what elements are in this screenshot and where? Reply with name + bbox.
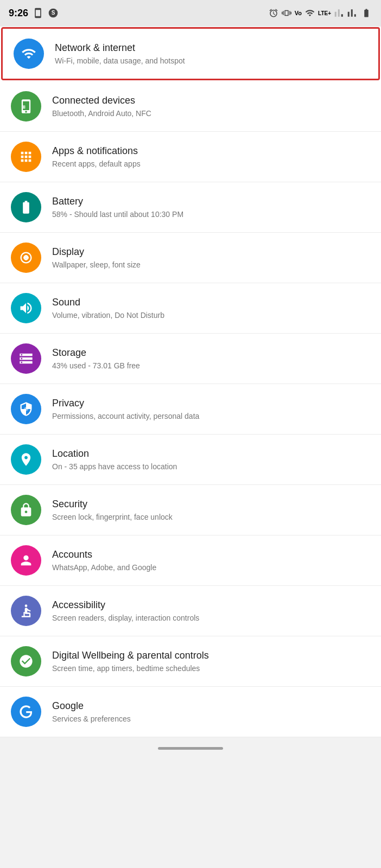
privacy-icon-circle: [11, 394, 41, 424]
settings-list: Network & internet Wi-Fi, mobile, data u…: [0, 27, 381, 737]
settings-item-privacy[interactable]: Privacy Permissions, account activity, p…: [0, 384, 381, 435]
network-title: Network & internet: [55, 42, 367, 54]
google-subtitle: Services & preferences: [52, 714, 370, 724]
settings-item-network[interactable]: Network & internet Wi-Fi, mobile, data u…: [1, 27, 380, 80]
network-icon-circle: [14, 39, 44, 69]
apps-text: Apps & notifications Recent apps, defaul…: [52, 145, 370, 169]
accounts-text: Accounts WhatsApp, Adobe, and Google: [52, 548, 370, 573]
shazam-icon: S: [48, 8, 59, 18]
accounts-icon-circle: [11, 545, 41, 576]
nav-pill: [158, 747, 223, 750]
security-title: Security: [52, 498, 370, 510]
battery-title: Battery: [52, 195, 370, 208]
settings-item-display[interactable]: Display Wallpaper, sleep, font size: [0, 233, 381, 283]
connected-title: Connected devices: [52, 94, 370, 107]
sound-text: Sound Volume, vibration, Do Not Disturb: [52, 296, 370, 321]
status-bar: 9:26 S Vo LTE+: [0, 0, 381, 26]
nav-bar: [0, 737, 381, 759]
alarm-icon: [269, 8, 278, 18]
security-text: Security Screen lock, fingerprint, face …: [52, 498, 370, 522]
settings-item-connected[interactable]: ⊞ Connected devices Bluetooth, Android A…: [0, 81, 381, 132]
storage-subtitle: 43% used - 73.01 GB free: [52, 361, 370, 371]
settings-item-apps[interactable]: Apps & notifications Recent apps, defaul…: [0, 132, 381, 182]
volte-icon: Vo: [295, 10, 302, 16]
svg-text:⊞: ⊞: [22, 105, 26, 110]
settings-item-location[interactable]: Location On - 35 apps have access to loc…: [0, 435, 381, 485]
svg-point-4: [25, 604, 28, 607]
sound-subtitle: Volume, vibration, Do Not Disturb: [52, 310, 370, 320]
wellbeing-subtitle: Screen time, app timers, bedtime schedul…: [52, 663, 370, 673]
status-left: 9:26 S: [9, 8, 59, 19]
connected-icon-circle: ⊞: [11, 91, 41, 122]
storage-icon-circle: [11, 343, 41, 374]
accessibility-text: Accessibility Screen readers, display, i…: [52, 599, 370, 623]
settings-item-wellbeing[interactable]: Digital Wellbeing & parental controls Sc…: [0, 636, 381, 687]
location-subtitle: On - 35 apps have access to location: [52, 462, 370, 471]
svg-point-3: [24, 407, 28, 411]
status-right: Vo LTE+: [269, 8, 372, 18]
display-title: Display: [52, 246, 370, 258]
wellbeing-icon-circle: [11, 646, 41, 676]
svg-text:S: S: [52, 10, 55, 16]
screenshot-icon: [33, 8, 43, 18]
settings-item-storage[interactable]: Storage 43% used - 73.01 GB free: [0, 334, 381, 384]
settings-item-accounts[interactable]: Accounts WhatsApp, Adobe, and Google: [0, 535, 381, 586]
signal2-icon: [347, 8, 357, 18]
display-text: Display Wallpaper, sleep, font size: [52, 246, 370, 270]
status-time: 9:26: [9, 8, 28, 19]
google-icon-circle: [11, 697, 41, 727]
accessibility-icon-circle: [11, 596, 41, 626]
sound-icon-circle: [11, 293, 41, 323]
battery-icon: [360, 8, 372, 18]
accessibility-title: Accessibility: [52, 599, 370, 611]
display-icon-circle: [11, 242, 41, 273]
sound-title: Sound: [52, 296, 370, 309]
accounts-subtitle: WhatsApp, Adobe, and Google: [52, 563, 370, 572]
network-text: Network & internet Wi-Fi, mobile, data u…: [55, 42, 367, 66]
location-icon-circle: [11, 444, 41, 475]
wifi-status-icon: [305, 8, 315, 18]
security-icon-circle: [11, 495, 41, 525]
accounts-title: Accounts: [52, 548, 370, 561]
google-title: Google: [52, 700, 370, 712]
signal-icon: [334, 8, 344, 18]
vibrate-icon: [282, 8, 291, 18]
network-subtitle: Wi-Fi, mobile, data usage, and hotspot: [55, 56, 367, 66]
location-title: Location: [52, 448, 370, 460]
apps-subtitle: Recent apps, default apps: [52, 159, 370, 169]
battery-subtitle: 58% - Should last until about 10:30 PM: [52, 209, 370, 219]
apps-icon-circle: [11, 142, 41, 172]
settings-item-accessibility[interactable]: Accessibility Screen readers, display, i…: [0, 586, 381, 636]
display-subtitle: Wallpaper, sleep, font size: [52, 260, 370, 270]
settings-item-google[interactable]: Google Services & preferences: [0, 687, 381, 737]
lte-icon: LTE+: [318, 10, 331, 16]
google-text: Google Services & preferences: [52, 700, 370, 724]
accessibility-subtitle: Screen readers, display, interaction con…: [52, 613, 370, 623]
settings-item-battery[interactable]: Battery 58% - Should last until about 10…: [0, 182, 381, 233]
storage-text: Storage 43% used - 73.01 GB free: [52, 347, 370, 371]
wellbeing-text: Digital Wellbeing & parental controls Sc…: [52, 649, 370, 674]
storage-title: Storage: [52, 347, 370, 359]
apps-title: Apps & notifications: [52, 145, 370, 157]
connected-subtitle: Bluetooth, Android Auto, NFC: [52, 108, 370, 118]
privacy-text: Privacy Permissions, account activity, p…: [52, 397, 370, 422]
privacy-subtitle: Permissions, account activity, personal …: [52, 411, 370, 421]
security-subtitle: Screen lock, fingerprint, face unlock: [52, 512, 370, 522]
location-text: Location On - 35 apps have access to loc…: [52, 448, 370, 472]
settings-item-security[interactable]: Security Screen lock, fingerprint, face …: [0, 485, 381, 535]
settings-item-sound[interactable]: Sound Volume, vibration, Do Not Disturb: [0, 283, 381, 334]
battery-text: Battery 58% - Should last until about 10…: [52, 195, 370, 220]
connected-text: Connected devices Bluetooth, Android Aut…: [52, 94, 370, 119]
privacy-title: Privacy: [52, 397, 370, 410]
battery-icon-circle: [11, 192, 41, 222]
wellbeing-title: Digital Wellbeing & parental controls: [52, 649, 370, 662]
